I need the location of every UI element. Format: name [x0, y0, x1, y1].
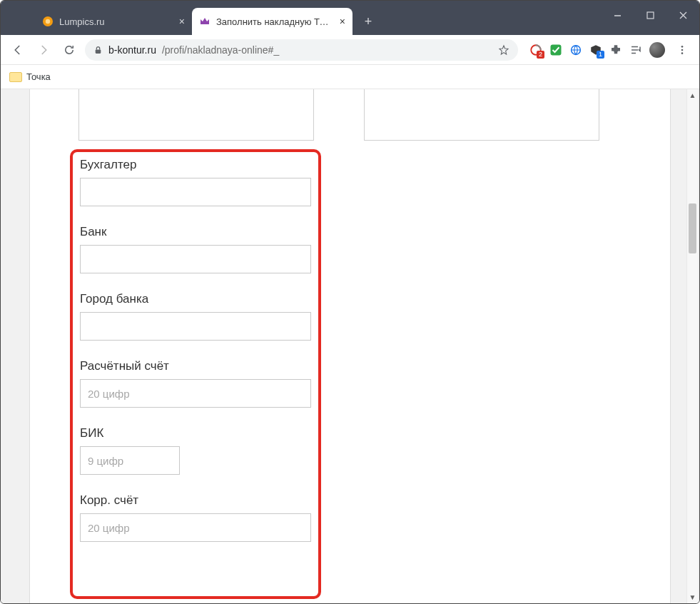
input-accountant[interactable] [80, 178, 311, 206]
forward-button[interactable] [34, 40, 54, 60]
input-bank-city[interactable] [80, 312, 311, 341]
profile-avatar[interactable] [649, 42, 665, 58]
tab-lumpics[interactable]: Lumpics.ru × [35, 8, 192, 35]
browser-titlebar: Lumpics.ru × Заполнить накладную ТОРГ-12… [1, 1, 699, 35]
reload-button[interactable] [59, 40, 79, 60]
label-accountant: Бухгалтер [80, 158, 311, 172]
omnibox[interactable]: b-kontur.ru/profi/nakladnaya-online#_ [85, 39, 518, 61]
globe-extension-icon[interactable] [569, 44, 582, 56]
url-path: /profi/nakladnaya-online#_ [162, 44, 279, 56]
lock-icon [93, 45, 103, 55]
label-corr: Корр. счёт [80, 493, 311, 508]
svg-point-11 [681, 49, 684, 51]
textarea-above-right[interactable] [364, 89, 599, 141]
vertical-scrollbar[interactable]: ▲ ▼ [686, 89, 698, 603]
input-bik[interactable] [80, 446, 180, 475]
textarea-above-left[interactable] [78, 89, 314, 141]
back-button[interactable] [8, 40, 28, 60]
check-extension-icon[interactable] [549, 44, 562, 56]
label-account: Расчётный счёт [80, 359, 311, 373]
scroll-down-arrow[interactable]: ▼ [687, 591, 698, 603]
label-bank: Банк [80, 225, 311, 239]
star-icon[interactable] [498, 44, 509, 56]
new-tab-button[interactable]: + [358, 11, 378, 31]
toolbar-right: 2 1 [524, 40, 692, 60]
svg-rect-3 [647, 12, 654, 19]
page-viewport: Бухгалтер Банк Город банка Расчётный счё… [1, 89, 699, 603]
left-column [78, 89, 314, 141]
input-corr[interactable] [80, 513, 311, 542]
favicon-crown-icon [199, 16, 210, 27]
svg-rect-6 [96, 49, 101, 53]
tab-title: Заполнить накладную ТОРГ-12 [216, 16, 335, 27]
favicon-lumpics [42, 16, 54, 27]
url-domain: b-kontur.ru [108, 44, 156, 56]
vpn-badge: 1 [597, 51, 604, 59]
reading-list-icon[interactable] [629, 44, 642, 56]
field-bik: БИК [80, 426, 311, 475]
svg-point-1 [46, 19, 50, 24]
scroll-up-arrow[interactable]: ▲ [687, 89, 698, 101]
input-account[interactable] [80, 379, 311, 408]
adblock-icon[interactable]: 2 [529, 44, 542, 56]
minimize-button[interactable] [601, 1, 634, 29]
tab-nakladnaya[interactable]: Заполнить накладную ТОРГ-12 × [192, 8, 352, 35]
field-corr: Корр. счёт [80, 493, 311, 542]
adblock-badge: 2 [537, 51, 544, 59]
svg-point-12 [681, 52, 684, 54]
address-bar: b-kontur.ru/profi/nakladnaya-online#_ 2 … [1, 35, 699, 65]
scroll-thumb[interactable] [689, 203, 696, 253]
page-content: Бухгалтер Банк Город банка Расчётный счё… [29, 89, 671, 603]
label-bik: БИК [80, 426, 311, 441]
field-accountant: Бухгалтер [80, 158, 311, 206]
extensions-puzzle-icon[interactable] [609, 44, 622, 56]
field-bank-city: Город банка [80, 292, 311, 341]
vpn-extension-icon[interactable]: 1 [589, 44, 602, 56]
close-window-button[interactable] [666, 1, 699, 29]
input-bank[interactable] [80, 245, 311, 273]
field-bank: Банк [80, 225, 311, 273]
bookmarks-bar: Точка [1, 65, 699, 89]
window-controls [601, 1, 699, 29]
svg-point-10 [681, 46, 684, 48]
tab-title: Lumpics.ru [59, 16, 175, 27]
label-bank-city: Город банка [80, 292, 311, 306]
folder-icon [9, 72, 22, 82]
bank-details-form: Бухгалтер Банк Город банка Расчётный счё… [80, 158, 311, 560]
tab-close-icon[interactable]: × [179, 16, 185, 27]
right-column [364, 89, 599, 141]
bookmark-tochka[interactable]: Точка [26, 71, 51, 82]
kebab-menu-icon[interactable] [672, 40, 692, 60]
maximize-button[interactable] [634, 1, 666, 29]
field-account: Расчётный счёт [80, 359, 311, 408]
tab-close-icon[interactable]: × [340, 16, 345, 27]
